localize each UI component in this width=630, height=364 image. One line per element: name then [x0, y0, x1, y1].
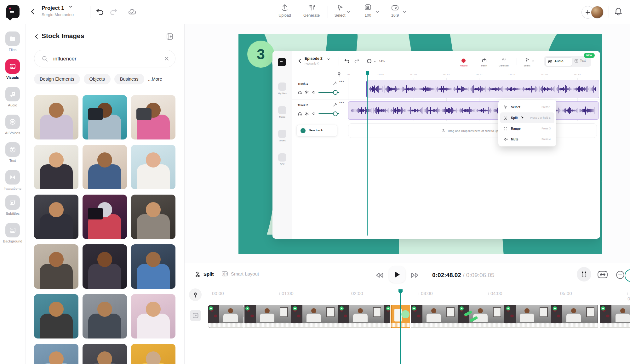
filter-chip-objects[interactable]: Objects: [84, 74, 111, 84]
video-preview[interactable]: 3 My Files Music Voices SFX Episode 2 Po…: [238, 34, 602, 254]
aspect-ratio-value: 16:9: [387, 13, 403, 18]
filmstrip-segment[interactable]: [411, 305, 598, 328]
stock-image-phone-tripod-neon[interactable]: [83, 195, 127, 239]
fast-forward-button[interactable]: [410, 271, 420, 280]
undo-button[interactable]: [95, 7, 105, 17]
stock-image-headphones-smiling-woman[interactable]: [83, 145, 127, 189]
new-track-button[interactable]: + New track: [296, 125, 337, 137]
stock-image-teen-selfie-sweater[interactable]: [34, 95, 78, 139]
filmstrip-segment[interactable]: [208, 305, 243, 328]
volume-icon[interactable]: [312, 111, 316, 116]
smart-layout-button[interactable]: 12 Smart Layout: [221, 271, 259, 277]
select-tool-button[interactable]: Select: [333, 3, 347, 18]
generate-icon: [501, 58, 507, 63]
menu-item-select[interactable]: Select Press 1: [500, 102, 554, 112]
stock-image-blossom-spring[interactable]: [131, 294, 175, 338]
time-separator: /: [463, 272, 464, 278]
back-button[interactable]: [29, 8, 37, 16]
noise-reduction-icon[interactable]: [305, 90, 309, 94]
add-marker-button[interactable]: [189, 288, 202, 301]
cloud-sync-button[interactable]: [127, 7, 137, 17]
app-logo-icon[interactable]: [6, 5, 20, 18]
upload-button[interactable]: Upload: [277, 3, 292, 18]
stock-image-presenter-mic-dark[interactable]: [131, 195, 175, 239]
sidebar-item-files[interactable]: Files: [0, 31, 25, 52]
audio-mode-button[interactable]: Audio: [545, 57, 572, 66]
headphones-icon[interactable]: [298, 111, 302, 116]
track-more-button[interactable]: •••: [339, 79, 344, 84]
rewind-button[interactable]: [375, 271, 384, 280]
snap-toggle-button[interactable]: [577, 267, 591, 282]
dropzone[interactable]: Drag and Drop files here or click to upl…: [348, 123, 597, 138]
stock-image-speaker-dark[interactable]: [83, 344, 127, 364]
sidebar-item-ai-voices[interactable]: AI Voices: [0, 115, 25, 135]
video-filmstrip[interactable]: [208, 305, 630, 328]
sidebar-item-subtitles[interactable]: Subtitles: [0, 195, 25, 215]
chevron-down-icon[interactable]: [375, 9, 380, 14]
stock-image-curly-man-dark[interactable]: [83, 244, 127, 289]
stock-image-man-filming-camera[interactable]: [83, 95, 127, 139]
stock-image-suit-two-mics[interactable]: [83, 294, 127, 338]
stock-image-podcaster-blue-shirt[interactable]: [131, 244, 175, 289]
generate-button[interactable]: Generate: [302, 3, 321, 18]
zoom-control[interactable]: 100: [360, 3, 376, 18]
volume-icon[interactable]: [312, 90, 316, 94]
fit-timeline-button[interactable]: [597, 270, 608, 279]
stock-image-orange-product[interactable]: [131, 344, 175, 364]
redo-button[interactable]: [109, 7, 118, 17]
filters-more-link[interactable]: ...More: [148, 77, 162, 82]
zoom-slider-handle[interactable]: [625, 269, 630, 282]
collapse-panel-icon[interactable]: [165, 32, 174, 41]
stock-image-glasses-woman-conservatory[interactable]: [131, 145, 175, 189]
play-icon: [394, 271, 400, 278]
user-avatar[interactable]: [591, 6, 604, 19]
slider-knob[interactable]: [333, 90, 338, 95]
audio-clip-track2[interactable]: [348, 101, 599, 120]
chevron-down-icon[interactable]: [402, 9, 407, 14]
noise-reduction-icon[interactable]: [305, 111, 309, 116]
sidebar-item-transitions[interactable]: Transitions: [0, 170, 25, 190]
stock-image-desk-mic-laptop-dark[interactable]: [34, 195, 78, 239]
stock-image-woman-in-water[interactable]: [34, 294, 78, 338]
track-more-button[interactable]: •••: [339, 101, 344, 105]
menu-item-mute[interactable]: Mute Press 4: [500, 134, 554, 145]
project-title-block[interactable]: Project 1 Sergio Montanino: [42, 4, 74, 17]
zoom-out-button[interactable]: [615, 270, 625, 280]
headphones-icon[interactable]: [298, 90, 302, 94]
enhance-wand-icon[interactable]: [333, 81, 337, 85]
stock-image-hijab-ring-light[interactable]: [131, 95, 175, 139]
sidebar-item-background[interactable]: Background: [0, 223, 25, 243]
current-time: 0:02:48.02: [432, 272, 461, 278]
panel-back-button[interactable]: [33, 33, 40, 40]
undo-icon: [95, 7, 105, 17]
chevron-down-icon[interactable]: [346, 9, 351, 14]
menu-item-range[interactable]: Range Press 3: [500, 123, 554, 134]
filmstrip-segment[interactable]: [244, 305, 390, 328]
sidebar-item-audio[interactable]: Audio: [0, 87, 25, 107]
aspect-ratio-control[interactable]: 16:9: [387, 3, 403, 18]
sidebar-item-visuals[interactable]: Visuals: [0, 59, 25, 79]
notifications-button[interactable]: [614, 7, 623, 17]
split-button[interactable]: Split: [195, 271, 214, 277]
menu-item-split[interactable]: Split Press 2 or hold S: [500, 112, 554, 123]
filter-chip-design-elements[interactable]: Design Elements: [34, 74, 80, 84]
play-button[interactable]: [389, 266, 405, 283]
stock-image-portrait-blue[interactable]: [34, 344, 78, 364]
timeline-playhead-line[interactable]: [400, 293, 401, 364]
clip-speed-badge: [209, 306, 213, 310]
editor-playhead-line[interactable]: [367, 75, 368, 236]
slider-knob[interactable]: [333, 111, 338, 116]
editor-playhead-pin[interactable]: [366, 71, 369, 75]
clear-search-icon[interactable]: [163, 55, 170, 62]
filmstrip-segment[interactable]: [600, 305, 630, 328]
filter-chip-business[interactable]: Business: [114, 74, 144, 84]
enhance-wand-icon[interactable]: [333, 103, 337, 107]
stock-image-makeup-vlogger-desk[interactable]: [34, 145, 78, 189]
audio-clip-track1[interactable]: [366, 80, 599, 98]
filter-chips-row: Design ElementsObjectsBusiness...More: [34, 74, 162, 84]
volume-slider[interactable]: [318, 113, 339, 114]
volume-slider[interactable]: [318, 92, 339, 93]
stock-image-wardrobe-muted[interactable]: [34, 244, 78, 289]
sidebar-item-text[interactable]: Text: [0, 142, 25, 162]
search-input[interactable]: [53, 50, 158, 68]
